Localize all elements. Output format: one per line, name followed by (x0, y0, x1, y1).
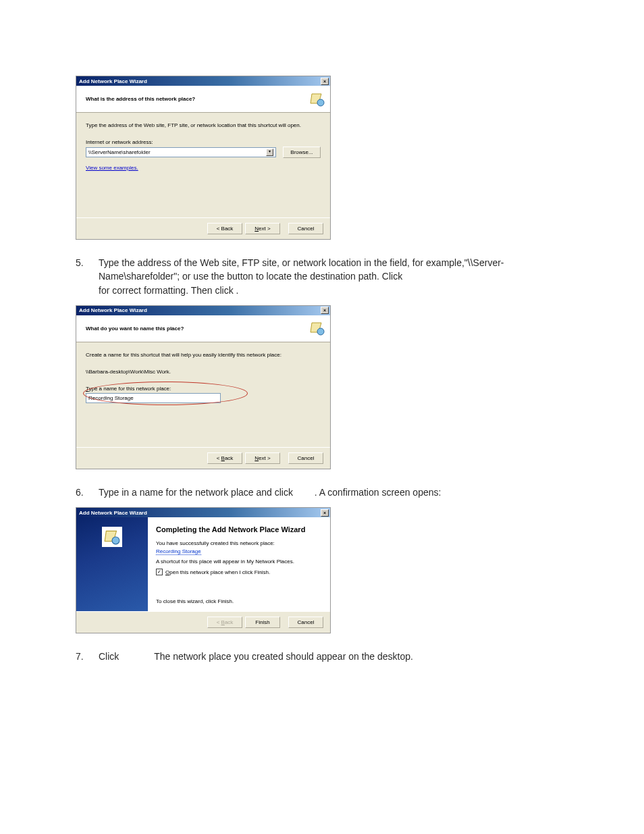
step5-text-d: . (236, 285, 239, 296)
step-6: 6. Type in a name for the network place … (76, 486, 583, 499)
svg-point-0 (317, 99, 324, 106)
cancel-button[interactable]: Cancel (288, 223, 323, 234)
step5-text-b: button to locate the destination path. C… (227, 271, 402, 282)
cancel-button[interactable]: Cancel (288, 452, 323, 464)
svg-point-2 (112, 537, 119, 544)
step-number: 7. (76, 650, 99, 663)
back-button[interactable]: < Back (207, 223, 242, 234)
close-icon[interactable]: × (321, 509, 329, 517)
step5-text-c: for correct formatting. Then click (99, 285, 236, 296)
cancel-button[interactable]: Cancel (288, 617, 323, 628)
next-button[interactable]: Next > (245, 223, 280, 234)
titlebar[interactable]: Add Network Place Wizard × (76, 306, 330, 315)
name-label: Type a name for this network place: (86, 386, 227, 392)
button-bar: < Back Next > Cancel (76, 217, 330, 239)
network-place-icon (308, 90, 326, 108)
wizard-sidebar (76, 517, 148, 611)
checkbox-label: Open this network place when I click Fin… (165, 569, 270, 575)
dialog-body: Create a name for this shortcut that wil… (76, 342, 330, 447)
name-value: Recording Storage (88, 395, 134, 401)
header-title: What is the address of this network plac… (86, 96, 195, 102)
confirm-title: Completing the Add Network Place Wizard (156, 525, 322, 533)
titlebar[interactable]: Add Network Place Wizard × (76, 508, 330, 517)
address-value: \\ServerName\sharefolder (88, 149, 151, 155)
step-7: 7. Click The network place you created s… (76, 650, 583, 663)
step6-text-a: Type in a name for the network place and… (99, 487, 296, 498)
close-icon[interactable]: × (321, 307, 329, 314)
close-instruction: To close this wizard, click Finish. (156, 598, 322, 604)
dialog-address: Add Network Place Wizard × What is the a… (76, 76, 331, 240)
next-button[interactable]: Next > (245, 452, 280, 464)
confirm-layout: Completing the Add Network Place Wizard … (76, 517, 330, 611)
titlebar[interactable]: Add Network Place Wizard × (76, 76, 330, 86)
circled-highlight: Type a name for this network place: Reco… (86, 386, 227, 403)
dialog-name: Add Network Place Wizard × What do you w… (76, 305, 331, 469)
window-title: Add Network Place Wizard (79, 307, 147, 313)
address-label: Internet or network address: (86, 139, 321, 145)
step6-text-b: . A confirmation screen opens: (315, 487, 441, 498)
back-button: < Back (207, 617, 242, 628)
place-name-link[interactable]: Recording Storage (156, 548, 201, 555)
address-input[interactable]: \\ServerName\sharefolder ▾ (86, 147, 276, 157)
open-checkbox-row[interactable]: ✓ Open this network place when I click F… (156, 569, 322, 575)
step-5: 5. Type the address of the Web site, FTP… (76, 256, 583, 297)
view-examples-link[interactable]: View some examples. (86, 165, 138, 171)
checkbox-icon[interactable]: ✓ (156, 569, 163, 575)
name-input[interactable]: Recording Storage (86, 393, 221, 403)
window-title: Add Network Place Wizard (79, 510, 147, 516)
path-display: \\Barbara-desktop\Work\Misc Work. (86, 369, 321, 375)
button-bar: < Back Next > Cancel (76, 447, 330, 469)
window-title: Add Network Place Wizard (79, 78, 147, 84)
dialog-header: What is the address of this network plac… (76, 86, 330, 113)
dropdown-icon[interactable]: ▾ (266, 149, 273, 156)
dialog-body: Type the address of the Web site, FTP si… (76, 113, 330, 217)
back-button[interactable]: < Back (207, 452, 242, 464)
step-number: 6. (76, 486, 99, 499)
intro-text: Type the address of the Web site, FTP si… (86, 122, 321, 128)
success-text: You have successfully created this netwo… (156, 540, 322, 546)
dialog-complete: Add Network Place Wizard × Completing th… (76, 507, 331, 633)
step-body: Click The network place you created shou… (99, 650, 583, 663)
browse-button[interactable]: Browse... (283, 147, 321, 158)
step7-text-b: The network place you created should app… (154, 651, 413, 662)
network-place-icon (102, 527, 122, 547)
button-bar: < Back Finish Cancel (76, 611, 330, 633)
step-body: Type the address of the Web site, FTP si… (99, 256, 583, 297)
dialog-header: What do you want to name this place? (76, 315, 330, 342)
svg-point-1 (317, 328, 324, 335)
intro-text: Create a name for this shortcut that wil… (86, 352, 321, 358)
step7-text-a: Click (99, 651, 122, 662)
step-body: Type in a name for the network place and… (99, 486, 583, 499)
header-title: What do you want to name this place? (86, 325, 184, 332)
step-number: 5. (76, 256, 99, 297)
confirm-content: Completing the Add Network Place Wizard … (148, 517, 330, 611)
network-place-icon (308, 319, 326, 337)
shortcut-text: A shortcut for this place will appear in… (156, 558, 322, 565)
finish-button[interactable]: Finish (245, 617, 280, 628)
close-icon[interactable]: × (321, 78, 329, 85)
